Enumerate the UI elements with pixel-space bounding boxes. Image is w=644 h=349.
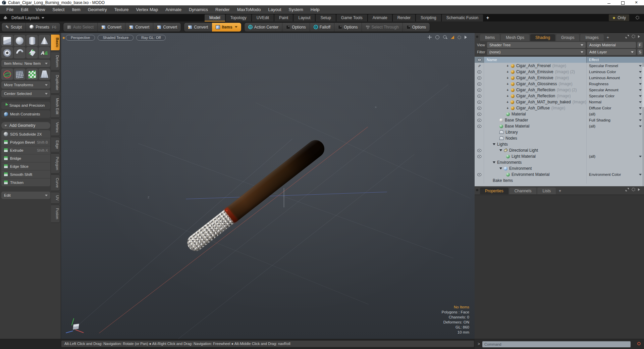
layout-tab-scripting[interactable]: Scripting <box>416 14 441 21</box>
tree-row-cigar-ash-mat-bump-baked[interactable]: +Cigar_Ash_MAT_bump_baked(Image)Normal <box>475 99 644 105</box>
effect-cell[interactable]: Diffuse Color <box>587 106 644 110</box>
maximize-viewport-icon[interactable] <box>451 36 454 39</box>
expand-plus-icon[interactable]: + <box>506 100 509 104</box>
expand-triangle-icon[interactable] <box>493 143 495 147</box>
tab-groups[interactable]: Groups <box>556 34 579 41</box>
s-button[interactable]: S <box>637 49 643 55</box>
tree-row-cigar-ash-glossiness[interactable]: +Cigar_Ash_Glossiness(Image)Roughness <box>475 81 644 87</box>
layout-tab-schematic-fusion[interactable]: Schematic Fusion <box>442 14 483 21</box>
tree-row-light-material[interactable]: Light Material(all) <box>475 153 644 159</box>
effect-cell[interactable]: Specular Amount <box>587 88 644 92</box>
effect-cell[interactable]: Full Shading <box>587 118 644 122</box>
layout-tab-game-tools[interactable]: Game Tools <box>336 14 367 21</box>
extrude-button[interactable]: ExtrudeShift-X <box>1 146 50 154</box>
vertical-tab-duplicate[interactable]: Duplicate <box>51 71 60 94</box>
effect-cell[interactable]: Luminous Amount <box>587 76 644 80</box>
items-button[interactable]: Items <box>212 23 241 32</box>
more-transforms-dropdown[interactable]: More Transforms <box>1 81 50 89</box>
sphere-tool-button[interactable] <box>14 35 25 46</box>
eye-icon[interactable] <box>477 100 481 104</box>
tree-row-cigar-ash-emissive[interactable]: +Cigar_Ash_Emissive(Image) (2)Luminous C… <box>475 69 644 75</box>
add-tab-button[interactable]: + <box>605 34 611 41</box>
layout-tab-model[interactable]: Model <box>205 14 225 21</box>
visibility-cell[interactable] <box>475 153 484 159</box>
zoom-icon[interactable] <box>443 35 447 40</box>
only-button[interactable]: ★ Only <box>609 14 629 21</box>
eye-icon[interactable] <box>477 88 481 92</box>
effect-cell[interactable]: Roughness <box>587 82 644 86</box>
falloff-button[interactable]: Falloff <box>310 23 334 32</box>
tree-row-nodes[interactable]: Nodes <box>475 135 644 141</box>
menu-animate[interactable]: Animate <box>162 5 185 14</box>
expand-triangle-icon[interactable] <box>499 167 502 171</box>
gear-icon[interactable] <box>458 36 461 39</box>
command-input[interactable] <box>482 341 631 347</box>
tree-row-material[interactable]: Material(all) <box>475 111 644 117</box>
effect-column-header[interactable]: Effect <box>587 57 644 63</box>
convert-button[interactable]: Convert <box>153 23 181 32</box>
sculpt-button[interactable]: Sculpt <box>2 23 25 32</box>
polygon-bevel-button[interactable]: Polygon BevelShift-B <box>1 138 50 146</box>
layout-tab-render[interactable]: Render <box>393 14 415 21</box>
action-center-button[interactable]: Action Center <box>245 23 282 32</box>
tree-row-base-shader[interactable]: Base ShaderFull Shading <box>475 117 644 123</box>
spiral-tool-button[interactable] <box>14 47 25 58</box>
layout-tab-setup[interactable]: Setup <box>316 14 335 21</box>
menu-select[interactable]: Select <box>49 5 68 14</box>
axis-gizmo[interactable] <box>65 317 86 338</box>
expand-panel-icon[interactable] <box>626 35 629 38</box>
visibility-cell[interactable]: ✎ <box>475 63 484 69</box>
menu-view[interactable]: View <box>32 5 49 14</box>
visibility-cell[interactable] <box>475 87 484 93</box>
eye-icon[interactable] <box>477 172 481 177</box>
warp-tool-button[interactable] <box>14 68 25 80</box>
f-button[interactable]: F <box>637 42 643 48</box>
gear-icon[interactable] <box>636 16 639 19</box>
tree-row-cigar-ash-reflection[interactable]: +Cigar_Ash_Reflection(Image)Specular Col… <box>475 93 644 99</box>
menu-system[interactable]: System <box>285 5 307 14</box>
filter-dropdown[interactable]: (none) <box>487 49 586 55</box>
vertical-tab-basic[interactable]: Basic <box>51 34 60 51</box>
add-layer-dropdown[interactable]: Add Layer <box>587 49 636 55</box>
cylinder-tool-button[interactable] <box>26 35 38 46</box>
options-button[interactable]: Options <box>282 23 309 32</box>
effect-cell[interactable]: (all) <box>587 154 644 159</box>
tab-items[interactable]: Items <box>480 34 500 41</box>
vertical-tab-vertex[interactable]: Vertex <box>51 119 60 136</box>
expand-plus-icon[interactable]: + <box>506 94 509 98</box>
expand-plus-icon[interactable]: + <box>506 70 509 74</box>
visibility-cell[interactable] <box>475 165 484 171</box>
expand-triangle-icon[interactable] <box>493 161 495 165</box>
tab-mesh-ops[interactable]: Mesh Ops <box>501 34 529 41</box>
tree-row-bake-items[interactable]: Bake Items <box>475 178 644 184</box>
tree-row-environments[interactable]: Environments <box>475 159 644 165</box>
vertical-tab-mesh-edit[interactable]: Mesh Edit <box>51 95 60 118</box>
expand-panel-icon[interactable] <box>626 188 629 191</box>
expand-plus-icon[interactable]: + <box>506 88 509 92</box>
tree-row-cigar-ash-fresnel[interactable]: ✎+Cigar_Ash_Fresnel(Image)Specular Fresn… <box>475 63 644 69</box>
vertical-tab-uv[interactable]: UV <box>51 192 60 204</box>
menu-vertex-map[interactable]: Vertex Map <box>132 5 162 14</box>
add-geometry-header[interactable]: Add Geometry <box>1 122 50 129</box>
visibility-cell[interactable] <box>475 93 484 99</box>
expand-plus-icon[interactable]: + <box>506 64 509 68</box>
visibility-cell[interactable] <box>475 129 484 135</box>
tab-properties[interactable]: Properties <box>480 188 508 194</box>
vertical-tab-deform[interactable]: Deform <box>51 52 60 70</box>
vertical-tab-curve[interactable]: Curve <box>51 174 60 191</box>
eye-icon[interactable] <box>477 118 481 122</box>
effect-cell[interactable]: Specular Fresnel <box>587 64 644 68</box>
visibility-cell[interactable] <box>475 81 484 87</box>
tree-row-environment-material[interactable]: Environment MaterialEnvironment Color <box>475 171 644 178</box>
eye-icon[interactable] <box>477 70 481 74</box>
visibility-cell[interactable] <box>475 105 484 111</box>
convert-button[interactable]: Convert <box>97 23 125 32</box>
visibility-cell[interactable] <box>475 159 484 165</box>
eye-icon[interactable] <box>477 94 481 98</box>
layout-tab-topology[interactable]: Topology <box>226 14 251 21</box>
sds-subdivide-2x-button[interactable]: SDS Subdivide 2X <box>1 130 50 138</box>
name-column-header[interactable]: Name <box>484 57 587 63</box>
vertical-tab-polygon[interactable]: Polygon <box>51 153 60 173</box>
eye-icon[interactable] <box>477 82 481 86</box>
smooth-shift-button[interactable]: Smooth Shift <box>1 170 50 178</box>
